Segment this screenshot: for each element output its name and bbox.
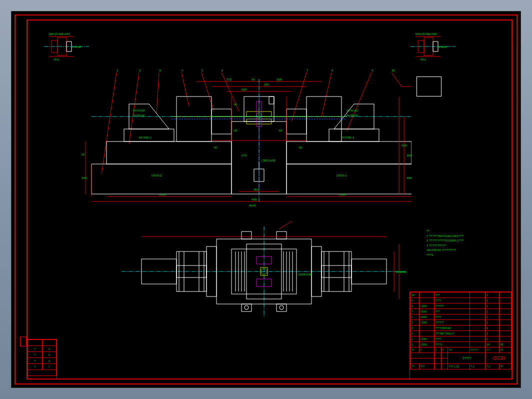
svg-text:390: 390 [406, 154, 412, 157]
svg-rect-149 [242, 232, 252, 239]
svg-line-38 [346, 72, 372, 132]
detail-view-right: M4×20 M6×240 4×Ø28 Ø11 [410, 32, 456, 62]
svg-rect-49 [92, 164, 232, 194]
svg-text:2: 2 [139, 69, 141, 72]
detail-box [416, 76, 442, 96]
svg-text:65: 65 [82, 153, 85, 156]
svg-line-33 [182, 72, 189, 106]
svg-rect-150 [276, 232, 286, 239]
svg-text:3: 3 [159, 69, 161, 72]
svg-text:560: 560 [276, 78, 282, 81]
technical-notes: ?? 1 ??????MYD160-0301??? 2 ??????????20… [426, 229, 464, 258]
svg-text:65: 65 [299, 146, 302, 149]
svg-text:1660: 1660 [159, 193, 166, 196]
svg-text:802: 802 [254, 188, 260, 191]
svg-text:590: 590 [402, 144, 407, 147]
svg-line-39 [392, 72, 402, 86]
svg-text:Ø11: Ø11 [420, 58, 426, 61]
svg-text:5: 5 [202, 69, 204, 72]
drawing-sheet: M4×20 M6×240 4×Ø28 Ø11 M4×20 M6×240 4×Ø2… [11, 11, 521, 388]
svg-rect-70 [269, 96, 274, 104]
svg-line-37 [322, 72, 332, 116]
svg-text:4×Ø28: 4×Ø28 [438, 46, 448, 48]
svg-text:235: 235 [264, 83, 270, 86]
svg-rect-58 [329, 129, 379, 142]
svg-point-148 [280, 306, 284, 310]
svg-text:90: 90 [252, 78, 255, 81]
main-elevation-view: 1 2 3 4 5 6 7 8 9 10 372 [42, 32, 412, 212]
svg-line-36 [292, 72, 306, 122]
svg-text:63: 63 [234, 129, 238, 132]
svg-text:8: 8 [332, 69, 334, 72]
svg-text:MYS96-1: MYS96-1 [342, 136, 354, 139]
svg-text:300: 300 [82, 176, 87, 180]
svg-rect-146 [276, 304, 286, 312]
svg-text:MYD160: MYD160 [346, 109, 358, 112]
plan-view: 1060 1000 ????? CB30-63B [122, 222, 406, 322]
svg-text:DS36-2: DS36-2 [152, 174, 162, 177]
svg-text:90: 90 [234, 103, 238, 106]
svg-rect-60 [286, 109, 306, 134]
svg-text:660: 660 [242, 88, 247, 91]
svg-text:408: 408 [252, 198, 257, 201]
svg-rect-51 [106, 142, 232, 164]
svg-text:372: 372 [226, 78, 232, 81]
sidebar-marks [20, 336, 26, 346]
svg-text:1: 1 [116, 69, 118, 72]
svg-line-156 [279, 222, 292, 229]
svg-text:CB30-63B: CB30-63B [298, 273, 312, 276]
svg-text:P=30kW: P=30kW [133, 114, 144, 117]
svg-line-31 [129, 72, 139, 144]
svg-text:1660: 1660 [339, 193, 346, 196]
svg-text:1000: 1000 [396, 270, 402, 274]
revision-table: ?1 ?2 ?3 ?? [27, 339, 57, 379]
svg-rect-50 [286, 164, 412, 194]
svg-text:MYS96-1: MYS96-1 [139, 136, 152, 139]
svg-text:CB30-63B: CB30-63B [262, 159, 276, 162]
svg-text:4: 4 [182, 69, 184, 72]
svg-text:MYD160: MYD160 [133, 109, 145, 112]
svg-line-32 [156, 72, 159, 114]
svg-rect-57 [124, 129, 174, 142]
svg-text:175: 175 [242, 154, 247, 157]
svg-text:7: 7 [306, 69, 308, 72]
svg-text:10: 10 [392, 69, 395, 72]
svg-text:50: 50 [214, 146, 218, 149]
svg-text:300: 300 [406, 176, 412, 180]
svg-text:6: 6 [222, 69, 224, 72]
svg-rect-59 [212, 109, 232, 134]
svg-line-34 [202, 72, 214, 112]
svg-text:M6×240: M6×240 [426, 32, 437, 36]
svg-text:DS36-2: DS36-2 [336, 174, 347, 177]
svg-point-147 [244, 306, 248, 310]
svg-text:P=30kW: P=30kW [346, 114, 358, 117]
svg-text:9: 9 [372, 69, 374, 72]
svg-text:63: 63 [279, 129, 282, 132]
svg-rect-145 [242, 304, 252, 312]
svg-text:4160: 4160 [249, 204, 256, 207]
svg-rect-52 [286, 142, 412, 164]
svg-text:M4×20: M4×20 [416, 32, 425, 36]
title-block: 10???1 9????1 8-1200??????1 7-0000???1 6… [410, 292, 512, 379]
svg-line-30 [102, 72, 116, 174]
